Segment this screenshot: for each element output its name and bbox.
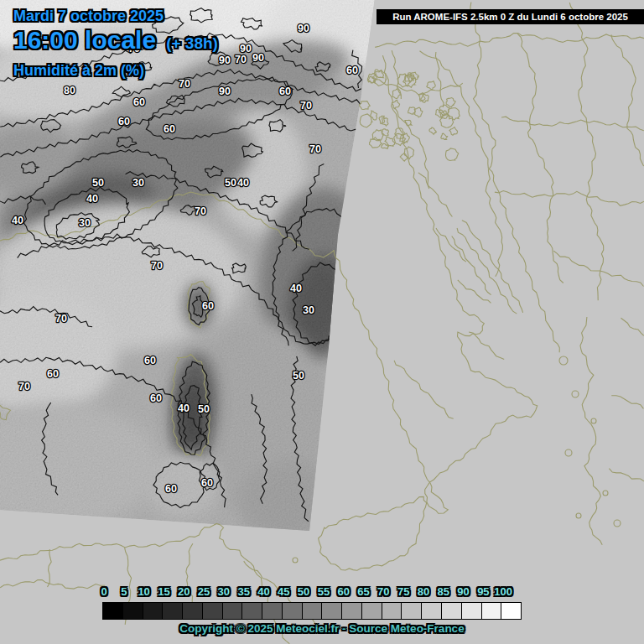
contour-label: 50 [198,403,210,415]
variable-label: Humidité à 2m (%) [13,62,218,80]
forecast-offset-label: (+ 38h) [166,34,218,53]
contour-label: 60 [150,392,162,404]
scale-tick-label: 75 [397,585,409,598]
contour-label: 60 [47,368,59,380]
contour-label: 60 [118,116,130,127]
scale-tick-label: 55 [318,585,330,598]
scale-tick-label: 95 [477,585,489,598]
contour-label: 70 [151,260,163,272]
contour-label: 60 [144,355,156,366]
contour-label: 90 [298,23,309,34]
scale-tick-label: 10 [138,585,149,598]
contour-label: 70 [235,54,247,65]
valid-time-label: 16:00 locale [13,26,156,55]
contour-label: 40 [86,193,98,205]
contour-label: 40 [237,177,249,189]
scale-color-cell [401,603,421,619]
scale-tick-label: 40 [257,585,269,598]
scale-tick-label: 25 [198,585,210,598]
scale-color-cell [103,603,122,619]
scale-color-cell [501,603,521,619]
scale-color-cell [122,603,143,619]
contour-label: 90 [219,86,231,97]
contour-label: 60 [165,483,177,495]
contour-label: 70 [300,100,312,112]
contour-label: 40 [290,283,302,294]
contour-label: 60 [202,300,214,312]
contour-label: 40 [12,215,23,226]
scale-color-cell [481,603,501,619]
contour-label: 60 [133,96,145,108]
contour-label: 50 [92,177,104,189]
contour-label: 70 [309,143,321,155]
contour-label: 70 [195,205,206,217]
scale-tick-label: 5 [121,585,127,598]
contour-label: 90 [240,43,252,55]
scale-tick-label: 90 [457,585,469,598]
scale-color-cell [202,603,222,619]
scale-tick-label: 100 [494,585,512,598]
contour-label: 90 [219,55,231,66]
scale-tick-label: 65 [357,585,369,598]
run-info-bar: Run AROME-IFS 2.5km 0 Z du Lundi 6 octob… [377,9,644,24]
scale-tick-label: 20 [178,585,190,598]
contour-label: 40 [178,402,190,414]
weather-map-page: 9090909070707090606080606060707050305040… [0,0,644,644]
scale-tick-label: 85 [438,585,449,598]
scale-color-cell [162,603,182,619]
scale-color-bar [102,602,522,620]
date-label: Mardi 7 octobre 2025 [13,8,218,25]
scale-tick-label: 0 [101,585,106,598]
scale-color-cell [143,603,163,619]
scale-tick-label: 80 [418,585,429,598]
scale-color-cell [182,603,202,619]
humidity-color-scale: 0510152025303540455055606570758085909510… [0,585,644,600]
scale-tick-label: 35 [237,585,249,598]
contour-label: 70 [18,381,30,392]
scale-color-cell [282,603,302,619]
scale-color-cell [341,603,361,619]
scale-tick-label: 50 [298,585,309,598]
contour-label: 30 [303,304,314,316]
scale-tick-label: 70 [377,585,389,598]
copyright-label: Copyright © 2025 Meteociel.fr - Source M… [0,622,644,635]
scale-tick-label: 15 [158,585,169,598]
scale-color-cell [441,603,461,619]
contour-label: 60 [279,86,291,97]
scale-color-cell [361,603,382,619]
scale-tick-labels: 0510152025303540455055606570758085909510… [0,585,644,600]
contour-label: 30 [132,177,144,189]
map-header: Mardi 7 octobre 2025 16:00 locale (+ 38h… [13,8,218,80]
contour-label: 30 [79,217,91,229]
contour-label: 60 [164,123,175,135]
contour-label: 60 [346,65,358,76]
humidity-map-canvas: 9090909070707090606080606060707050305040… [0,0,644,644]
scale-color-cell [421,603,441,619]
scale-color-cell [242,603,262,619]
scale-tick-label: 45 [278,585,289,598]
contour-label: 80 [64,85,75,96]
contour-label: 90 [252,52,264,64]
contour-label: 60 [201,477,213,489]
scale-color-cell [222,603,242,619]
scale-color-cell [262,603,282,619]
scale-color-cell [302,603,322,619]
scale-tick-label: 60 [337,585,349,598]
contour-label: 50 [293,370,304,382]
contour-label: 50 [225,177,236,189]
scale-tick-label: 30 [218,585,230,598]
scale-color-cell [461,603,481,619]
contour-label: 70 [55,313,67,325]
scale-color-cell [382,603,402,619]
scale-color-cell [321,603,341,619]
